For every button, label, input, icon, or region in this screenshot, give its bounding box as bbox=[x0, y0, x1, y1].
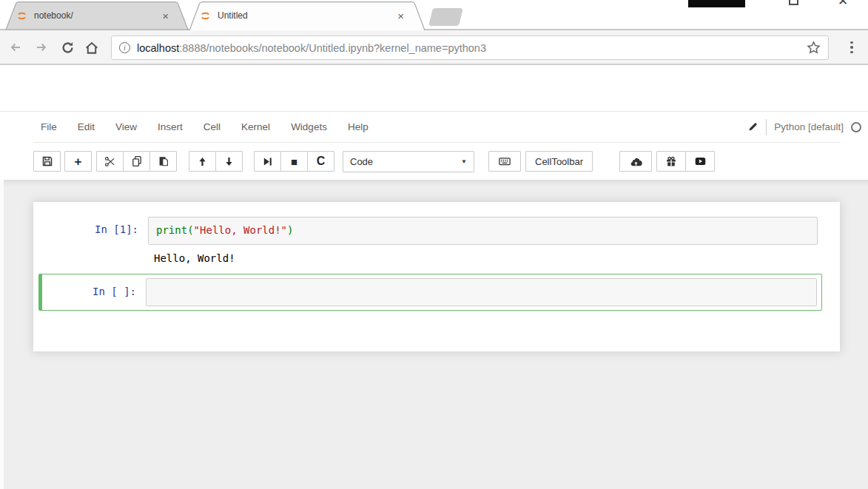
browser-toolbar: i localhost:8888/notebooks/notebook/Unti… bbox=[0, 30, 868, 65]
code-string: "Hello, World!" bbox=[194, 224, 287, 236]
gist-it-button[interactable] bbox=[656, 151, 686, 172]
menubar-divider bbox=[766, 119, 767, 135]
cell-output-text: Hello, World! bbox=[148, 252, 829, 264]
forward-button[interactable] bbox=[33, 39, 50, 55]
close-icon[interactable]: × bbox=[162, 10, 169, 21]
reload-button[interactable] bbox=[59, 39, 75, 55]
copy-icon bbox=[131, 155, 143, 167]
play-video-icon bbox=[694, 155, 707, 167]
tab-title: notebook/ bbox=[34, 10, 73, 21]
move-cell-down-button[interactable] bbox=[215, 151, 243, 172]
code-input-area-empty[interactable] bbox=[146, 278, 817, 306]
browser-menu-icon[interactable] bbox=[845, 40, 858, 55]
save-button[interactable] bbox=[33, 151, 61, 172]
menu-cell[interactable]: Cell bbox=[193, 121, 231, 132]
code-cell-1: In [1]: print("Hello, World!") bbox=[44, 217, 829, 245]
browser-tab-untitled[interactable]: Untitled × bbox=[200, 1, 414, 30]
menu-help[interactable]: Help bbox=[337, 121, 379, 132]
jupyter-favicon-icon bbox=[16, 10, 27, 21]
menu-file[interactable]: File bbox=[30, 121, 67, 132]
notebook-toolbar: + bbox=[0, 143, 868, 180]
page-info-icon[interactable]: i bbox=[119, 42, 130, 53]
bookmark-star-icon[interactable] bbox=[807, 41, 821, 55]
jupyter-favicon-icon bbox=[200, 10, 211, 21]
cell-type-value: Code bbox=[350, 156, 373, 167]
cloud-upload-button[interactable] bbox=[619, 151, 652, 172]
output-prompt bbox=[44, 252, 138, 259]
command-palette-button[interactable] bbox=[488, 151, 521, 172]
menu-widgets[interactable]: Widgets bbox=[280, 121, 337, 132]
run-all-button[interactable] bbox=[685, 151, 715, 172]
chevron-down-icon: ▼ bbox=[461, 158, 467, 165]
window-close-button[interactable]: ✕ bbox=[838, 0, 848, 9]
url-path: :8888/notebooks/notebook/Untitled.ipynb?… bbox=[179, 42, 486, 54]
run-cell-button[interactable] bbox=[254, 151, 281, 172]
cut-cell-button[interactable] bbox=[96, 151, 124, 172]
window-maximize-button[interactable] bbox=[789, 0, 798, 5]
home-button[interactable] bbox=[84, 39, 100, 55]
paste-icon bbox=[158, 155, 169, 167]
cloud-upload-icon bbox=[630, 155, 642, 167]
celltoolbar-button[interactable]: CellToolbar bbox=[525, 151, 593, 172]
plus-icon: + bbox=[75, 155, 82, 168]
paste-cell-button[interactable] bbox=[149, 151, 177, 172]
run-icon bbox=[262, 156, 273, 167]
url-text: localhost:8888/notebooks/notebook/Untitl… bbox=[137, 42, 807, 54]
menu-insert[interactable]: Insert bbox=[147, 121, 193, 132]
kernel-name-label: Python [default] bbox=[774, 121, 844, 132]
back-button[interactable] bbox=[7, 39, 24, 55]
page-left-gutter bbox=[0, 180, 4, 489]
scissors-icon bbox=[104, 156, 115, 167]
url-host: localhost bbox=[137, 42, 179, 54]
input-prompt: In [1]: bbox=[44, 217, 138, 235]
code-paren-open: ( bbox=[187, 224, 193, 236]
restart-kernel-button[interactable]: C bbox=[307, 151, 334, 172]
close-icon[interactable]: × bbox=[397, 10, 404, 21]
notebook-header: jupyter Untitled (unsaved changes) Logou… bbox=[0, 65, 868, 112]
arrow-down-icon bbox=[223, 156, 235, 167]
code-input-area[interactable]: print("Hello, World!") bbox=[148, 217, 818, 245]
url-bar[interactable]: i localhost:8888/notebooks/notebook/Unti… bbox=[111, 36, 829, 60]
code-cell-2-selected[interactable]: In [ ]: bbox=[38, 274, 822, 311]
browser-tab-notebook[interactable]: notebook/ × bbox=[16, 1, 179, 30]
window-minimize-button[interactable] bbox=[688, 0, 745, 7]
kernel-idle-indicator-icon bbox=[851, 122, 861, 132]
tab-title: Untitled bbox=[218, 10, 248, 21]
copy-cell-button[interactable] bbox=[123, 151, 150, 172]
input-prompt: In [ ]: bbox=[42, 278, 136, 297]
menu-edit[interactable]: Edit bbox=[67, 121, 105, 132]
browser-tab-strip: notebook/ × Untitled × ✕ bbox=[0, 0, 868, 30]
restart-icon: C bbox=[317, 155, 326, 167]
add-cell-button[interactable]: + bbox=[64, 151, 92, 172]
edit-mode-pencil-icon bbox=[747, 121, 758, 132]
celltoolbar-label: CellToolbar bbox=[535, 156, 583, 167]
keyboard-icon bbox=[498, 155, 511, 167]
cell-1-output-row: Hello, World! bbox=[44, 252, 829, 264]
menu-kernel[interactable]: Kernel bbox=[231, 121, 280, 132]
menu-view[interactable]: View bbox=[105, 121, 147, 132]
notebook-panel: In [1]: print("Hello, World!") Hello, Wo… bbox=[33, 202, 840, 351]
stop-icon: ■ bbox=[291, 156, 297, 167]
gift-icon bbox=[665, 155, 677, 167]
reload-icon bbox=[61, 41, 75, 55]
new-tab-button[interactable] bbox=[428, 8, 463, 26]
notebook-menubar: File Edit View Insert Cell Kernel Widget… bbox=[0, 112, 868, 143]
interrupt-kernel-button[interactable]: ■ bbox=[280, 151, 308, 172]
home-icon bbox=[84, 41, 99, 55]
forward-arrow-icon bbox=[35, 41, 48, 53]
code-keyword: print bbox=[156, 224, 187, 236]
arrow-up-icon bbox=[197, 156, 208, 167]
move-cell-up-button[interactable] bbox=[189, 151, 216, 172]
back-arrow-icon bbox=[9, 41, 22, 53]
notebook-container: In [1]: print("Hello, World!") Hello, Wo… bbox=[0, 180, 868, 489]
cell-type-select[interactable]: Code ▼ bbox=[343, 151, 474, 172]
save-icon bbox=[41, 155, 53, 167]
code-paren-close: ) bbox=[287, 224, 293, 236]
